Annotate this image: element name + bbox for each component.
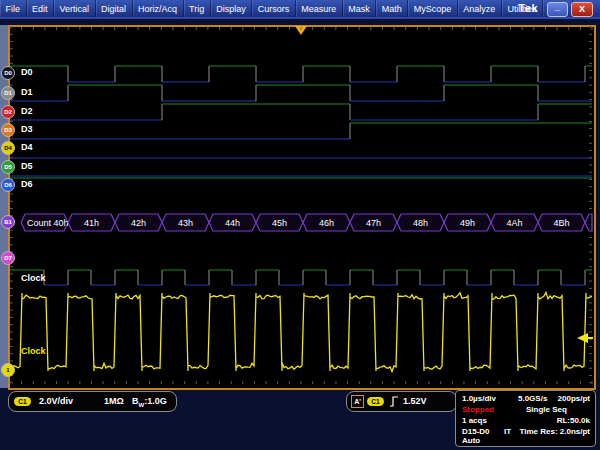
time-resolution: Time Res: 2.0ns/pt xyxy=(519,427,590,436)
menu-item-analyze[interactable]: Analyze xyxy=(458,0,502,17)
minimize-button[interactable]: _ xyxy=(547,2,568,17)
label-d2: D2 xyxy=(21,106,33,116)
ch1-readout[interactable]: C1 2.0V/div 1MΩ BW:1.0G xyxy=(8,391,177,412)
badge-d1[interactable]: D1 xyxy=(1,86,15,100)
menu-item-cursors[interactable]: Cursors xyxy=(252,0,296,17)
badge-d6[interactable]: D6 xyxy=(1,178,15,192)
tek-logo: Tek xyxy=(518,2,538,14)
trigger-level: 1.52V xyxy=(403,396,427,406)
trigger-position-marker[interactable] xyxy=(295,26,307,35)
graticule xyxy=(8,25,596,390)
label-d1: D1 xyxy=(21,87,33,97)
trigger-readout[interactable]: A' C1 1.52V xyxy=(346,391,457,412)
menu-item-horiz-acq[interactable]: Horiz/Acq xyxy=(133,0,184,17)
menu-item-file[interactable]: File xyxy=(0,0,27,17)
trigger-mode: Auto xyxy=(462,436,480,445)
acquisition-panel[interactable]: 1.0µs/div 5.0GS/s 200ps/pt Stopped Singl… xyxy=(455,390,596,447)
badge-d2[interactable]: D2 xyxy=(1,105,15,119)
acq-count: 1 acqs xyxy=(462,416,487,425)
close-button[interactable]: X xyxy=(571,2,593,17)
menu-item-mask[interactable]: Mask xyxy=(343,0,377,17)
timebase: 1.0µs/div xyxy=(462,394,496,403)
menu-item-vertical[interactable]: Vertical xyxy=(54,0,96,17)
label-ch1-clock: Clock xyxy=(21,346,46,356)
label-d4: D4 xyxy=(21,142,33,152)
menu-item-trig[interactable]: Trig xyxy=(184,0,211,17)
label-d6: D6 xyxy=(21,179,33,189)
label-d7-clock: Clock xyxy=(21,273,46,283)
menu-item-display[interactable]: Display xyxy=(211,0,253,17)
acq-mode: Single Seq xyxy=(526,405,567,414)
ch1-bandwidth: BW:1.0G xyxy=(132,396,167,408)
label-d0: D0 xyxy=(21,67,33,77)
menu-bar: FileEditVerticalDigitalHoriz/AcqTrigDisp… xyxy=(0,0,600,17)
badge-d0[interactable]: D0 xyxy=(1,66,15,80)
label-d3: D3 xyxy=(21,124,33,134)
badge-d4[interactable]: D4 xyxy=(1,141,15,155)
menu-item-measure[interactable]: Measure xyxy=(296,0,343,17)
badge-b1[interactable]: B1 xyxy=(1,215,15,229)
menu-item-edit[interactable]: Edit xyxy=(27,0,55,17)
menu-item-math[interactable]: Math xyxy=(376,0,408,17)
resolution: 200ps/pt xyxy=(558,394,590,403)
ch1-scale: 2.0V/div xyxy=(39,396,73,406)
sample-rate: 5.0GS/s xyxy=(518,394,547,403)
badge-ch1[interactable]: 1 xyxy=(1,363,15,377)
record-length: RL:50.0k xyxy=(557,416,590,425)
menu-item-digital[interactable]: Digital xyxy=(96,0,133,17)
badge-d3[interactable]: D3 xyxy=(1,123,15,137)
trigger-source-icon: A' xyxy=(351,395,364,408)
menu-items: FileEditVerticalDigitalHoriz/AcqTrigDisp… xyxy=(0,0,573,17)
acq-state: Stopped xyxy=(462,405,494,414)
bus-range: D15-D0 xyxy=(462,427,490,436)
rising-edge-icon xyxy=(389,395,400,408)
interp-mode: IT xyxy=(504,427,511,436)
menu-item-myscope[interactable]: MyScope xyxy=(408,0,458,17)
label-d5: D5 xyxy=(21,161,33,171)
trigger-channel-badge: C1 xyxy=(367,397,384,406)
menu-underline xyxy=(0,17,600,19)
badge-d7[interactable]: D7 xyxy=(1,251,15,265)
badge-d5[interactable]: D5 xyxy=(1,160,15,174)
ch1-badge[interactable]: C1 xyxy=(14,397,31,406)
ch1-impedance: 1MΩ xyxy=(104,396,124,406)
